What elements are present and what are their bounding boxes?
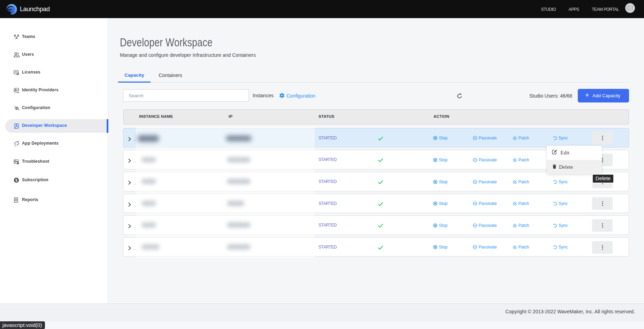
svg-text:$: $ xyxy=(15,178,17,182)
